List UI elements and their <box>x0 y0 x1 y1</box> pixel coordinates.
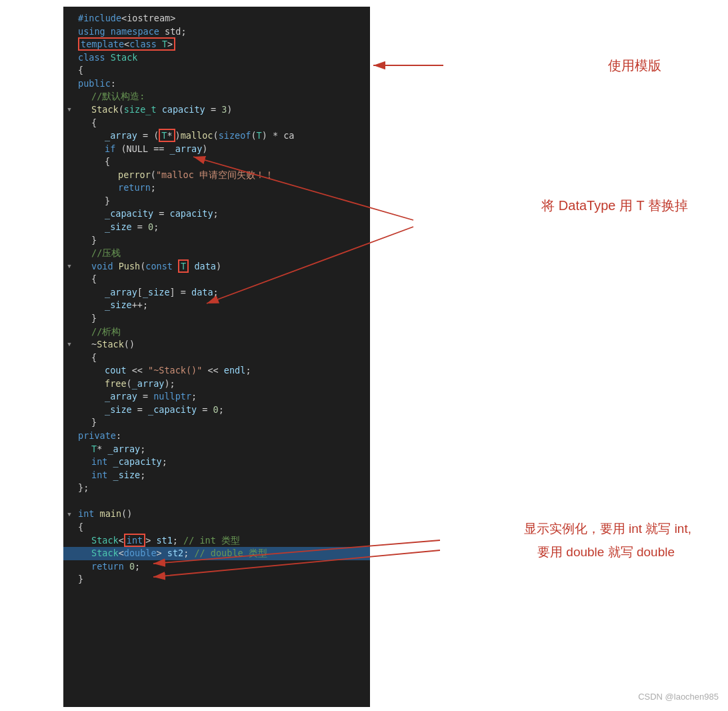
code-line-21: { <box>63 273 370 286</box>
code-line-35: int _capacity; <box>63 456 370 469</box>
code-text-35: int _capacity; <box>78 456 365 469</box>
code-line-29: free(_array); <box>63 378 370 391</box>
code-text-17: _size = 0; <box>78 221 365 234</box>
code-text-22: _array[_size] = data; <box>78 286 365 299</box>
code-line-2: using namespace std; <box>63 25 370 39</box>
code-line-4: class Stack <box>63 51 370 65</box>
code-line-41: Stack<int> st1; // int 类型 <box>63 534 370 548</box>
code-line-25: //析构 <box>63 325 370 339</box>
code-text-39: int main() <box>78 508 365 521</box>
code-line-44: } <box>63 573 370 586</box>
code-text-4: class Stack <box>78 51 365 65</box>
code-line-39: ▼ int main() <box>63 508 370 521</box>
gutter-26: ▼ <box>63 340 75 349</box>
code-line-37: }; <box>63 482 370 495</box>
code-text-19: //压栈 <box>78 247 365 260</box>
code-line-36: int _size; <box>63 469 370 482</box>
annotation-instantiation-2: 要用 double 就写 double <box>537 544 675 561</box>
code-text-34: T* _array; <box>78 443 365 456</box>
code-text-11: if (NULL == _array) <box>78 143 365 156</box>
code-line-20: ▼ void Push(const T data) <box>63 260 370 273</box>
code-text-3: template<class T> <box>78 38 365 51</box>
code-text-33: private: <box>78 430 365 443</box>
code-line-23: _size++; <box>63 299 370 312</box>
code-text-24: } <box>78 312 365 325</box>
code-text-14: return; <box>78 181 365 195</box>
code-line-34: T* _array; <box>63 443 370 456</box>
code-text-12: { <box>78 155 365 169</box>
code-text-28: cout << "~Stack()" << endl; <box>78 364 365 378</box>
code-text-23: _size++; <box>78 299 365 312</box>
code-line-9: { <box>63 117 370 130</box>
code-line-13: perror("malloc 申请空间失败！！ <box>63 169 370 182</box>
code-text-16: _capacity = capacity; <box>78 207 365 221</box>
code-text-42: Stack<double> st2; // double 类型 <box>78 547 365 560</box>
code-text-27: { <box>78 351 365 365</box>
annotation-template: 使用模版 <box>608 57 661 75</box>
code-line-43: return 0; <box>63 560 370 574</box>
code-line-15: } <box>63 195 370 208</box>
code-line-31: _size = _capacity = 0; <box>63 404 370 417</box>
code-line-5: { <box>63 64 370 77</box>
code-line-1: #include<iostream> <box>63 12 370 25</box>
code-text-43: return 0; <box>78 560 365 574</box>
code-text-41: Stack<int> st1; // int 类型 <box>78 534 365 548</box>
code-line-10: _array = (T*)malloc(sizeof(T) * ca <box>63 129 370 143</box>
code-line-27: { <box>63 351 370 365</box>
code-text-13: perror("malloc 申请空间失败！！ <box>78 169 365 182</box>
code-text-15: } <box>78 195 365 208</box>
gutter-8: ▼ <box>63 105 75 114</box>
code-text-37: }; <box>78 482 365 495</box>
code-text-8: Stack(size_t capacity = 3) <box>78 103 365 117</box>
annotation-datatype: 将 DataType 用 T 替换掉 <box>541 197 688 215</box>
code-line-38 <box>63 495 370 508</box>
code-text-40: { <box>78 521 365 534</box>
code-line-3: template<class T> <box>63 38 370 51</box>
code-text-30: _array = nullptr; <box>78 390 365 404</box>
code-text-32: } <box>78 416 365 430</box>
code-line-16: _capacity = capacity; <box>63 207 370 221</box>
code-text-18: } <box>78 234 365 247</box>
code-line-12: { <box>63 155 370 169</box>
code-text-7: //默认构造: <box>78 90 365 103</box>
code-line-28: cout << "~Stack()" << endl; <box>63 364 370 378</box>
code-line-32: } <box>63 416 370 430</box>
code-text-1: #include<iostream> <box>78 12 365 25</box>
code-text-31: _size = _capacity = 0; <box>78 404 365 417</box>
code-line-22: _array[_size] = data; <box>63 286 370 299</box>
code-line-6: public: <box>63 77 370 91</box>
code-text-9: { <box>78 117 365 130</box>
code-text-20: void Push(const T data) <box>78 260 365 273</box>
code-text-44: } <box>78 573 365 586</box>
code-line-26: ▼ ~Stack() <box>63 338 370 351</box>
code-text-10: _array = (T*)malloc(sizeof(T) * ca <box>78 129 365 143</box>
code-line-8: ▼ Stack(size_t capacity = 3) <box>63 103 370 117</box>
watermark: CSDN @laochen985 <box>638 692 719 702</box>
code-line-42: Stack<double> st2; // double 类型 <box>63 547 370 560</box>
code-line-18: } <box>63 234 370 247</box>
code-line-17: _size = 0; <box>63 221 370 234</box>
code-line-33: private: <box>63 430 370 443</box>
code-line-14: return; <box>63 181 370 195</box>
annotation-instantiation-1: 显示实例化，要用 int 就写 int, <box>524 520 691 538</box>
gutter-39: ▼ <box>63 510 75 519</box>
code-text-36: int _size; <box>78 469 365 482</box>
code-text-26: ~Stack() <box>78 338 365 351</box>
code-line-40: { <box>63 521 370 534</box>
code-text-21: { <box>78 273 365 286</box>
code-line-7: //默认构造: <box>63 90 370 103</box>
code-line-11: if (NULL == _array) <box>63 143 370 156</box>
code-line-30: _array = nullptr; <box>63 390 370 404</box>
code-line-24: } <box>63 312 370 325</box>
code-text-25: //析构 <box>78 325 365 339</box>
code-text-2: using namespace std; <box>78 25 365 39</box>
gutter-20: ▼ <box>63 262 75 271</box>
code-text-6: public: <box>78 77 365 91</box>
code-text-29: free(_array); <box>78 378 365 391</box>
code-line-19: //压栈 <box>63 247 370 260</box>
code-text-5: { <box>78 64 365 77</box>
code-panel: #include<iostream> using namespace std; … <box>63 7 370 707</box>
code-text-38 <box>78 495 365 508</box>
